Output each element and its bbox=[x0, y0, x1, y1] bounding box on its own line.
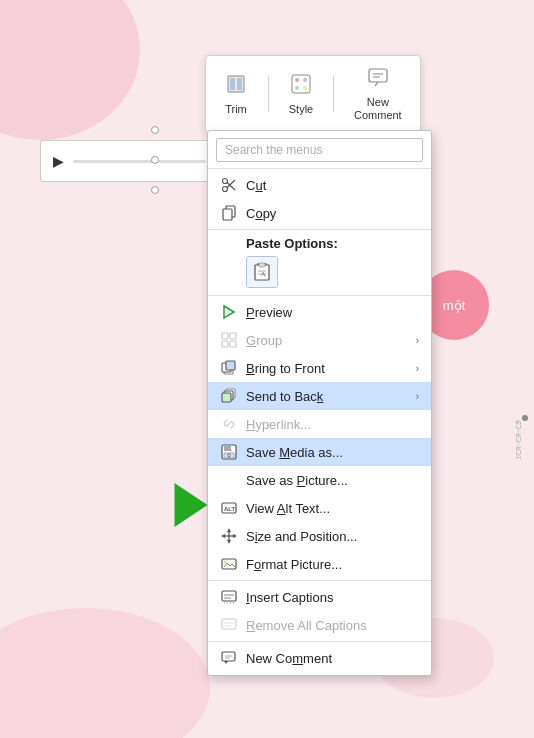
format-picture-label: Format Picture... bbox=[246, 557, 419, 572]
svg-rect-50 bbox=[222, 559, 236, 569]
menu-item-group: Group › bbox=[208, 326, 431, 354]
new-comment-menu-icon bbox=[220, 649, 238, 667]
svg-marker-48 bbox=[221, 534, 225, 538]
style-icon bbox=[290, 73, 312, 100]
play-button[interactable]: ▶ bbox=[49, 152, 67, 170]
menu-item-size-position[interactable]: Size and Position... bbox=[208, 522, 431, 550]
menu-item-format-picture[interactable]: Format Picture... bbox=[208, 550, 431, 578]
scissors-icon bbox=[220, 176, 238, 194]
svg-rect-18 bbox=[223, 209, 232, 220]
svg-marker-47 bbox=[227, 540, 231, 544]
menu-item-send-back[interactable]: Send to Back › bbox=[208, 382, 431, 410]
divider-4 bbox=[208, 641, 431, 642]
svg-marker-12 bbox=[98, 483, 208, 527]
svg-rect-56 bbox=[222, 619, 236, 629]
menu-item-copy[interactable]: Copy bbox=[208, 199, 431, 227]
new-comment-toolbar-label: NewComment bbox=[354, 96, 402, 122]
divider-2 bbox=[208, 295, 431, 296]
bg-decoration-bottom-left bbox=[0, 608, 210, 738]
svg-marker-25 bbox=[224, 306, 234, 318]
svg-point-14 bbox=[223, 179, 228, 184]
svg-rect-8 bbox=[369, 69, 387, 82]
style-label: Style bbox=[289, 103, 313, 115]
save-picture-label: Save as Picture... bbox=[246, 473, 419, 488]
trim-label: Trim bbox=[225, 103, 247, 115]
divider-3 bbox=[208, 580, 431, 581]
svg-rect-2 bbox=[237, 78, 242, 90]
menu-item-new-comment[interactable]: New Comment bbox=[208, 644, 431, 672]
toolbar-separator bbox=[268, 76, 269, 112]
paste-icon-button[interactable]: A bbox=[246, 256, 278, 288]
insert-captions-icon bbox=[220, 588, 238, 606]
size-position-label: Size and Position... bbox=[246, 529, 419, 544]
vertical-text: ɕɔ-ʁɔ-ʁɔɪ bbox=[514, 420, 524, 459]
menu-item-save-picture[interactable]: Save as Picture... bbox=[208, 466, 431, 494]
svg-rect-27 bbox=[230, 333, 236, 339]
svg-point-7 bbox=[303, 86, 307, 90]
preview-icon bbox=[220, 303, 238, 321]
save-media-label: Save Media as... bbox=[246, 445, 419, 460]
search-input[interactable] bbox=[216, 138, 423, 162]
toolbar-separator-2 bbox=[333, 76, 334, 112]
menu-item-insert-captions[interactable]: Insert Captions bbox=[208, 583, 431, 611]
right-dot bbox=[522, 415, 528, 421]
menu-item-alt-text[interactable]: ALT View Alt Text... bbox=[208, 494, 431, 522]
remove-captions-label: Remove All Captions bbox=[246, 618, 419, 633]
menu-item-remove-captions: Remove All Captions bbox=[208, 611, 431, 639]
svg-rect-38 bbox=[224, 445, 232, 451]
bring-front-arrow: › bbox=[416, 363, 419, 374]
svg-rect-21 bbox=[259, 263, 265, 267]
svg-line-36 bbox=[227, 422, 231, 426]
menu-item-hyperlink: Hyperlink... bbox=[208, 410, 431, 438]
handle-bottom-left[interactable] bbox=[151, 186, 159, 194]
svg-rect-40 bbox=[231, 446, 233, 450]
trim-icon bbox=[225, 73, 247, 100]
green-arrow bbox=[95, 472, 210, 527]
context-menu: Cut Copy Paste Options: A bbox=[207, 130, 432, 676]
new-comment-toolbar-button[interactable]: NewComment bbox=[346, 62, 410, 126]
new-comment-toolbar-icon bbox=[367, 66, 389, 93]
group-arrow: › bbox=[416, 335, 419, 346]
alt-text-icon: ALT bbox=[220, 499, 238, 517]
format-picture-icon bbox=[220, 555, 238, 573]
menu-item-save-media[interactable]: Save Media as... bbox=[208, 438, 431, 466]
copy-icon bbox=[220, 204, 238, 222]
menu-item-cut[interactable]: Cut bbox=[208, 171, 431, 199]
svg-rect-1 bbox=[230, 78, 235, 90]
svg-marker-49 bbox=[233, 534, 237, 538]
group-label: Group bbox=[246, 333, 408, 348]
menu-item-bring-front[interactable]: Bring to Front › bbox=[208, 354, 431, 382]
menu-search-container bbox=[208, 134, 431, 166]
trim-button[interactable]: Trim bbox=[216, 69, 256, 119]
group-icon bbox=[220, 331, 238, 349]
svg-marker-60 bbox=[224, 661, 228, 664]
copy-label: Copy bbox=[246, 206, 419, 221]
svg-rect-35 bbox=[222, 393, 231, 402]
handle-middle-left[interactable] bbox=[151, 156, 159, 164]
new-comment-menu-label: New Comment bbox=[246, 651, 419, 666]
svg-point-51 bbox=[224, 561, 227, 564]
preview-label: Preview bbox=[246, 305, 419, 320]
bg-decoration-top-left bbox=[0, 0, 140, 140]
divider-1 bbox=[208, 168, 431, 169]
svg-rect-28 bbox=[222, 341, 228, 347]
svg-rect-52 bbox=[222, 591, 236, 601]
paste-options-header: Paste Options: bbox=[208, 232, 431, 253]
bring-front-icon bbox=[220, 359, 238, 377]
save-media-icon bbox=[220, 443, 238, 461]
paste-icon-area: A bbox=[208, 253, 431, 293]
size-position-icon bbox=[220, 527, 238, 545]
style-button[interactable]: Style bbox=[281, 69, 321, 119]
send-back-icon bbox=[220, 387, 238, 405]
menu-item-preview[interactable]: Preview bbox=[208, 298, 431, 326]
divider-paste bbox=[208, 229, 431, 230]
svg-rect-3 bbox=[292, 75, 310, 93]
svg-point-5 bbox=[303, 78, 307, 82]
svg-point-4 bbox=[295, 78, 299, 82]
svg-text:ALT: ALT bbox=[224, 506, 236, 512]
remove-captions-icon bbox=[220, 616, 238, 634]
handle-top-left[interactable] bbox=[151, 126, 159, 134]
insert-captions-label: Insert Captions bbox=[246, 590, 419, 605]
svg-rect-32 bbox=[226, 361, 235, 370]
svg-point-6 bbox=[295, 86, 299, 90]
